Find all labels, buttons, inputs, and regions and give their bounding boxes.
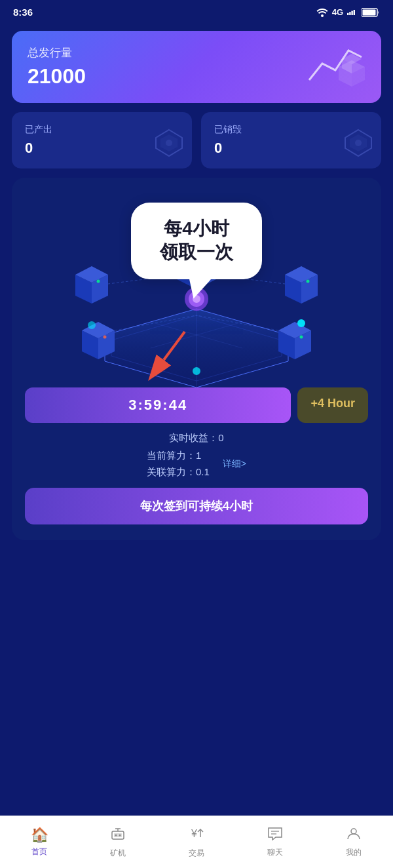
svg-rect-1 [347,12,348,14]
nav-home-label: 首页 [31,846,47,858]
nav-profile[interactable]: 我的 [314,816,393,868]
power-info: 当前算力：1 关联算力：0.1 详细> [25,450,368,479]
svg-point-31 [97,280,100,283]
svg-point-49 [297,319,305,327]
svg-point-50 [193,367,200,375]
svg-point-59 [119,834,121,836]
nav-miner-label: 矿机 [110,848,126,859]
mining-visual: 每4小时 领取一次 [12,178,381,387]
chat-icon [267,826,283,844]
home-icon: 🏠 [31,827,48,844]
svg-point-43 [300,336,303,339]
timer-display: 3:59:44 [25,387,291,423]
sign-button[interactable]: 每次签到可持续4小时 [25,488,368,524]
svg-rect-3 [351,10,352,14]
stat-produced: 已产出 0 [12,112,192,168]
nav-profile-label: 我的 [346,847,362,858]
plus-hour-button[interactable]: +4 Hour [297,387,368,423]
profile-icon [346,826,361,844]
svg-point-14 [166,140,172,146]
mining-area: 每4小时 领取一次 3:59:44 +4 Hour 实时收益：0 当前算力：1 … [12,178,381,540]
svg-point-48 [88,321,96,329]
svg-rect-4 [354,10,355,15]
svg-point-39 [103,336,107,339]
bottom-nav: 🏠 首页 矿机 ¥ 交易 [0,816,393,868]
speech-line2: 领取一次 [155,241,238,264]
status-bar: 8:36 4G [0,0,393,22]
top-banner: 总发行量 21000 [12,31,381,103]
plus-hour-label: +4 Hour [310,397,355,410]
svg-point-17 [355,140,362,146]
wifi-icon [316,8,328,17]
nav-miner[interactable]: 矿机 [79,816,157,868]
signal-icon [347,9,358,16]
linked-power: 关联算力：0.1 [147,466,210,479]
detail-link[interactable]: 详细> [223,458,246,470]
timer-row: 3:59:44 +4 Hour [25,387,368,423]
battery-icon [362,8,380,17]
svg-point-0 [321,14,324,17]
banner-decoration [303,41,368,93]
signal-text: 4G [332,7,343,17]
svg-point-35 [307,280,310,283]
nav-home[interactable]: 🏠 首页 [0,816,79,868]
info-area: 实时收益：0 当前算力：1 关联算力：0.1 详细> [12,432,381,479]
speech-line1: 每4小时 [155,217,238,241]
nav-trade[interactable]: ¥ 交易 [157,816,236,868]
sign-button-label: 每次签到可持续4小时 [140,500,253,513]
nav-chat[interactable]: 聊天 [236,816,314,868]
produced-decoration [153,127,185,162]
nav-chat-label: 聊天 [267,847,283,858]
svg-rect-2 [349,12,350,15]
status-icons: 4G [316,7,380,17]
current-power: 当前算力：1 [147,450,210,462]
trade-icon: ¥ [189,825,204,845]
stat-burned: 已销毁 0 [201,112,381,168]
svg-text:¥: ¥ [191,828,197,839]
svg-point-66 [351,829,356,834]
stats-row: 已产出 0 已销毁 0 [12,112,381,168]
timer-value: 3:59:44 [128,397,187,413]
miner-icon [110,826,126,845]
realtime-earnings: 实时收益：0 [25,432,368,444]
svg-point-58 [115,834,117,836]
power-col: 当前算力：1 关联算力：0.1 [147,450,210,479]
nav-trade-label: 交易 [189,848,204,859]
burned-decoration [342,127,375,162]
time-display: 8:36 [13,7,33,18]
speech-bubble: 每4小时 领取一次 [131,203,262,279]
svg-rect-6 [363,9,376,15]
